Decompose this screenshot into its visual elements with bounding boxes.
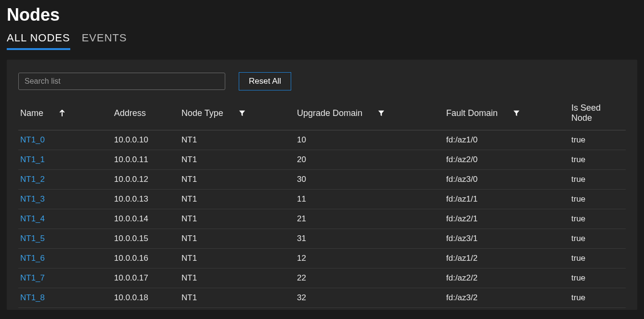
table-row: NT1_610.0.0.16NT112fd:/az1/2true [18,249,626,268]
col-label-is-seed: Is Seed Node [571,103,601,123]
fault-domain: fd:/az3/2 [444,288,569,308]
is-seed-node: true [569,268,626,288]
upgrade-domain: 22 [295,268,444,288]
table-row: NT1_410.0.0.14NT121fd:/az2/1true [18,209,626,229]
filter-icon[interactable] [512,109,521,117]
node-address: 10.0.0.14 [112,209,180,229]
node-type: NT1 [180,190,295,209]
is-seed-node: true [569,288,626,308]
filter-icon[interactable] [238,109,246,117]
node-type: NT1 [180,150,295,170]
page-title: Nodes [0,0,644,32]
col-header-address[interactable]: Address [112,99,180,130]
node-type: NT1 [180,170,295,190]
is-seed-node: true [569,170,626,190]
node-type: NT1 [180,209,295,229]
upgrade-domain: 20 [295,150,444,170]
fault-domain: fd:/az2/2 [444,268,569,288]
search-input[interactable] [18,73,225,90]
table-row: NT1_510.0.0.15NT131fd:/az3/1true [18,229,626,249]
content-panel: Reset All Name [7,60,637,310]
table-row: NT1_010.0.0.10NT110fd:/az1/0true [18,130,626,150]
node-address: 10.0.0.13 [112,190,180,209]
node-type: NT1 [180,288,295,308]
fault-domain: fd:/az2/0 [444,150,569,170]
node-address: 10.0.0.15 [112,229,180,249]
upgrade-domain: 31 [295,229,444,249]
node-name-link[interactable]: NT1_7 [18,268,112,288]
node-name-link[interactable]: NT1_6 [18,249,112,268]
filter-icon[interactable] [377,109,386,117]
col-label-address: Address [114,108,146,118]
is-seed-node: true [569,130,626,150]
fault-domain: fd:/az2/1 [444,209,569,229]
upgrade-domain: 30 [295,170,444,190]
upgrade-domain: 11 [295,190,444,209]
upgrade-domain: 10 [295,130,444,150]
sort-asc-icon[interactable] [58,109,66,117]
col-label-fault-domain: Fault Domain [446,108,498,118]
node-name-link[interactable]: NT1_4 [18,209,112,229]
upgrade-domain: 12 [295,249,444,268]
node-type: NT1 [180,229,295,249]
is-seed-node: true [569,229,626,249]
table-header-row: Name Address Node Type [18,99,626,130]
table-row: NT1_810.0.0.18NT132fd:/az3/2true [18,288,626,308]
upgrade-domain: 21 [295,209,444,229]
fault-domain: fd:/az3/0 [444,170,569,190]
node-name-link[interactable]: NT1_3 [18,190,112,209]
toolbar: Reset All [18,72,626,90]
fault-domain: fd:/az1/2 [444,249,569,268]
fault-domain: fd:/az1/0 [444,130,569,150]
reset-all-button[interactable]: Reset All [239,72,291,90]
col-header-is-seed[interactable]: Is Seed Node [569,99,626,130]
col-label-node-type: Node Type [181,108,223,118]
upgrade-domain: 32 [295,288,444,308]
node-address: 10.0.0.10 [112,130,180,150]
node-address: 10.0.0.18 [112,288,180,308]
is-seed-node: true [569,190,626,209]
tabs: ALL NODES EVENTS [0,32,644,50]
is-seed-node: true [569,249,626,268]
node-name-link[interactable]: NT1_1 [18,150,112,170]
table-row: NT1_310.0.0.13NT111fd:/az1/1true [18,190,626,209]
fault-domain: fd:/az3/1 [444,229,569,249]
col-header-name[interactable]: Name [18,99,112,130]
tab-all-nodes[interactable]: ALL NODES [7,32,70,50]
table-row: NT1_110.0.0.11NT120fd:/az2/0true [18,150,626,170]
col-header-node-type[interactable]: Node Type [180,99,295,130]
tab-events[interactable]: EVENTS [82,32,127,50]
node-type: NT1 [180,249,295,268]
node-name-link[interactable]: NT1_8 [18,288,112,308]
is-seed-node: true [569,209,626,229]
node-address: 10.0.0.12 [112,170,180,190]
table-row: NT1_210.0.0.12NT130fd:/az3/0true [18,170,626,190]
node-address: 10.0.0.16 [112,249,180,268]
node-address: 10.0.0.11 [112,150,180,170]
col-header-fault-domain[interactable]: Fault Domain [444,99,569,130]
node-name-link[interactable]: NT1_0 [18,130,112,150]
col-label-upgrade-domain: Upgrade Domain [297,108,362,118]
is-seed-node: true [569,150,626,170]
node-address: 10.0.0.17 [112,268,180,288]
col-header-upgrade-domain[interactable]: Upgrade Domain [295,99,444,130]
col-label-name: Name [20,108,43,118]
node-name-link[interactable]: NT1_5 [18,229,112,249]
fault-domain: fd:/az1/1 [444,190,569,209]
node-type: NT1 [180,130,295,150]
node-type: NT1 [180,268,295,288]
node-name-link[interactable]: NT1_2 [18,170,112,190]
table-row: NT1_710.0.0.17NT122fd:/az2/2true [18,268,626,288]
nodes-table: Name Address Node Type [18,99,626,308]
